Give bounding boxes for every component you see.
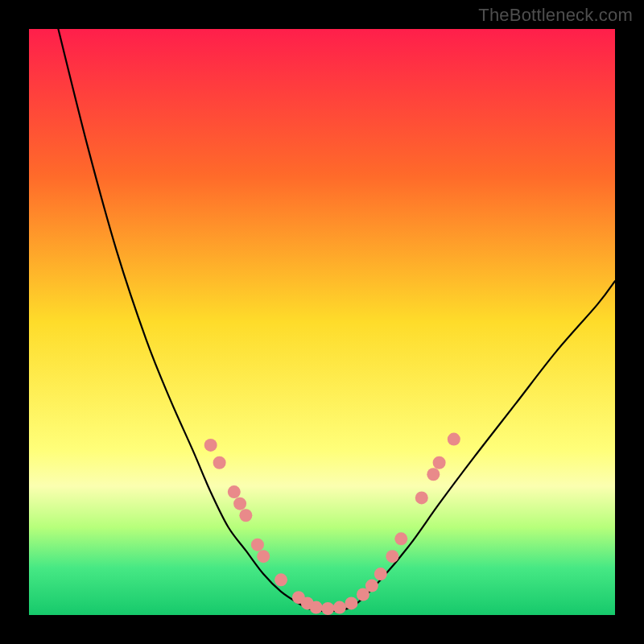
marker-dot xyxy=(275,573,287,586)
marker-dot xyxy=(448,433,460,446)
marker-dot xyxy=(374,568,387,580)
marker-dot xyxy=(386,550,398,563)
chart-svg xyxy=(29,29,615,615)
marker-dot xyxy=(333,601,346,614)
gradient-background xyxy=(29,29,615,615)
marker-dot xyxy=(257,550,270,563)
marker-dot xyxy=(415,491,428,504)
marker-dot xyxy=(213,456,226,469)
marker-dot xyxy=(427,468,440,481)
marker-dot xyxy=(239,509,252,522)
marker-dot xyxy=(233,497,246,510)
chart-stage: TheBottleneck.com xyxy=(0,0,644,644)
marker-dot xyxy=(310,601,323,614)
marker-dot xyxy=(345,597,357,609)
marker-dot xyxy=(394,532,407,545)
marker-dot xyxy=(365,580,378,592)
marker-dot xyxy=(251,539,264,551)
marker-dot xyxy=(228,485,241,498)
marker-dot xyxy=(321,602,334,615)
marker-dot xyxy=(433,456,446,469)
watermark-text: TheBottleneck.com xyxy=(478,5,633,26)
marker-dot xyxy=(204,439,217,452)
plot-area xyxy=(29,29,615,615)
